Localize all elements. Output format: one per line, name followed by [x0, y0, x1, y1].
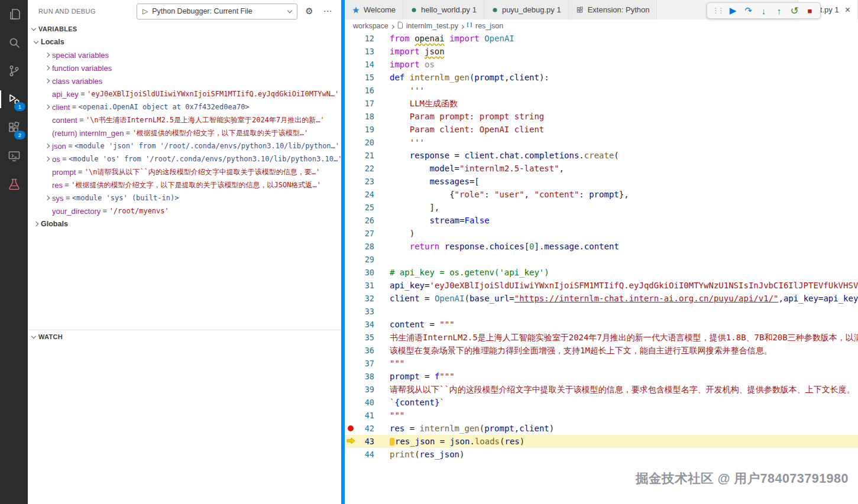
code-line: 34content = """	[345, 318, 858, 331]
gutter[interactable]	[345, 253, 357, 266]
gear-icon[interactable]: ⚙	[303, 5, 316, 18]
gutter[interactable]	[345, 396, 357, 409]
gutter[interactable]	[345, 201, 357, 214]
debug-config-dropdown[interactable]: ▷ Python Debugger: Current File	[137, 4, 297, 19]
gutter[interactable]	[345, 84, 357, 97]
gutter[interactable]	[345, 110, 357, 123]
gutter[interactable]	[345, 409, 357, 422]
activity-item-testing[interactable]	[0, 170, 28, 199]
code-line: 25 ],	[345, 201, 858, 214]
activity-item-extensions[interactable]: 2	[0, 113, 28, 142]
variable-row[interactable]: (return) internlm_gen = '根据提供的模型介绍文字，以下是…	[28, 126, 341, 139]
activity-item-run-debug[interactable]: 1	[0, 85, 28, 113]
gutter[interactable]	[345, 305, 357, 318]
stop-button[interactable]: ■	[802, 4, 817, 18]
watch-section-header[interactable]: WATCH	[28, 330, 341, 343]
gutter[interactable]	[345, 279, 357, 292]
gutter[interactable]	[345, 318, 357, 331]
gutter[interactable]	[345, 435, 357, 448]
code-line: 24 {"role": "user", "content": prompt},	[345, 188, 858, 201]
breadcrumb-item-res-json[interactable]: res_json	[466, 21, 503, 30]
code-line: 27 )	[345, 227, 858, 240]
tab-extension-python[interactable]: Extension: Python	[569, 0, 658, 19]
tab-label: Welcome	[364, 5, 396, 14]
variable-row[interactable]: prompt = '\n请帮我从以下``内的这段模型介绍文字中提取关于该模型的信…	[28, 165, 341, 178]
gutter[interactable]	[345, 58, 357, 71]
gutter[interactable]	[345, 357, 357, 370]
breadcrumb-item-workspace[interactable]: workspace	[353, 22, 388, 30]
code-line: 20 '''	[345, 136, 858, 149]
variable-row[interactable]: function variables	[28, 61, 341, 74]
variable-value: <module 'sys' (built-in)>	[72, 194, 179, 202]
close-icon[interactable]: ×	[845, 5, 850, 15]
gutter[interactable]	[345, 214, 357, 227]
activity-item-remote-explorer[interactable]	[0, 142, 28, 170]
line-number: 14	[357, 58, 374, 71]
activity-item-explorer[interactable]	[0, 0, 28, 28]
gutter[interactable]	[345, 162, 357, 175]
line-number: 23	[357, 175, 374, 188]
variable-row[interactable]: json = <module 'json' from '/root/.conda…	[28, 139, 341, 152]
gutter[interactable]	[345, 97, 357, 110]
gutter[interactable]	[345, 331, 357, 344]
step-over-button[interactable]: ↷	[741, 4, 756, 18]
code-text: {"role": "user", "content": prompt},	[374, 188, 629, 201]
equals-sign: =	[79, 90, 87, 98]
variable-row[interactable]: your_directory = '/root/myenvs'	[28, 204, 341, 217]
variable-value: '根据提供的模型介绍文字，以下是提取的关于该模型的信息，以JSON格式返…'	[71, 180, 321, 190]
code-line: 32client = OpenAI(base_url="https://inte…	[345, 292, 858, 305]
variable-value: <openai.OpenAI object at 0x7f432ed0ea70>	[79, 103, 250, 111]
scope-label: Globals	[41, 220, 68, 228]
tab-welcome[interactable]: Welcome	[345, 0, 403, 19]
drag-handle[interactable]: ⋮⋮	[710, 4, 725, 18]
line-number: 29	[357, 253, 374, 266]
gutter[interactable]	[345, 266, 357, 279]
gutter[interactable]	[345, 123, 357, 136]
variable-value: <module 'json' from '/root/.conda/envs/p…	[75, 142, 339, 150]
step-into-button[interactable]: ↓	[756, 4, 771, 18]
breakpoint-icon[interactable]	[348, 425, 354, 431]
variable-row[interactable]: res = '根据提供的模型介绍文字，以下是提取的关于该模型的信息，以JSON格…	[28, 178, 341, 191]
scope-globals[interactable]: Globals	[28, 217, 341, 230]
gutter[interactable]	[345, 240, 357, 253]
gutter[interactable]	[345, 175, 357, 188]
activity-item-source-control[interactable]	[0, 57, 28, 85]
scope-locals[interactable]: Locals	[28, 35, 341, 48]
variable-row[interactable]: class variables	[28, 74, 341, 87]
gutter[interactable]	[345, 45, 357, 58]
code-area[interactable]: 12from openai import OpenAI13import json…	[345, 32, 858, 461]
gutter[interactable]	[345, 422, 357, 435]
variable-row[interactable]: sys = <module 'sys' (built-in)>	[28, 191, 341, 204]
gutter[interactable]	[345, 292, 357, 305]
restart-button[interactable]: ↺	[787, 4, 802, 18]
gutter[interactable]	[345, 344, 357, 357]
gutter[interactable]	[345, 383, 357, 396]
variable-row[interactable]: special variables	[28, 48, 341, 61]
variable-row[interactable]: api_key = 'eyJ0eXBlIjoiSldUIiwiYWxnIjoiS…	[28, 87, 341, 100]
more-actions-icon[interactable]: ⋯	[321, 5, 334, 18]
gutter[interactable]	[345, 149, 357, 162]
step-out-button[interactable]: ↑	[772, 4, 786, 18]
start-debugging-icon[interactable]: ▷	[143, 7, 148, 15]
variable-row[interactable]: client = <openai.OpenAI object at 0x7f43…	[28, 100, 341, 113]
code-text: """	[374, 409, 404, 422]
gutter[interactable]	[345, 32, 357, 45]
gutter[interactable]	[345, 136, 357, 149]
breadcrumb-item-internlm-test-py[interactable]: internlm_test.py	[396, 21, 458, 31]
python-file-icon	[491, 6, 498, 14]
python-file-icon	[410, 6, 417, 14]
variables-section-header[interactable]: VARIABLES	[28, 22, 341, 35]
activity-item-search[interactable]	[0, 28, 28, 57]
gutter[interactable]	[345, 71, 357, 84]
variable-row[interactable]: os = <module 'os' from '/root/.conda/env…	[28, 152, 341, 165]
gutter[interactable]	[345, 227, 357, 240]
gutter[interactable]	[345, 448, 357, 461]
gutter[interactable]	[345, 370, 357, 383]
tab-hello-world[interactable]: hello_world.py 1	[403, 0, 484, 19]
variable-row[interactable]: content = '\n书生浦语InternLM2.5是上海人工智能实验室于2…	[28, 113, 341, 126]
tab-puyu-debug[interactable]: puyu_debug.py 1	[484, 0, 569, 19]
gutter[interactable]	[345, 188, 357, 201]
continue-button[interactable]: ▶	[726, 4, 740, 18]
chevron-right-icon	[31, 222, 41, 226]
watch-section: WATCH	[28, 330, 341, 504]
